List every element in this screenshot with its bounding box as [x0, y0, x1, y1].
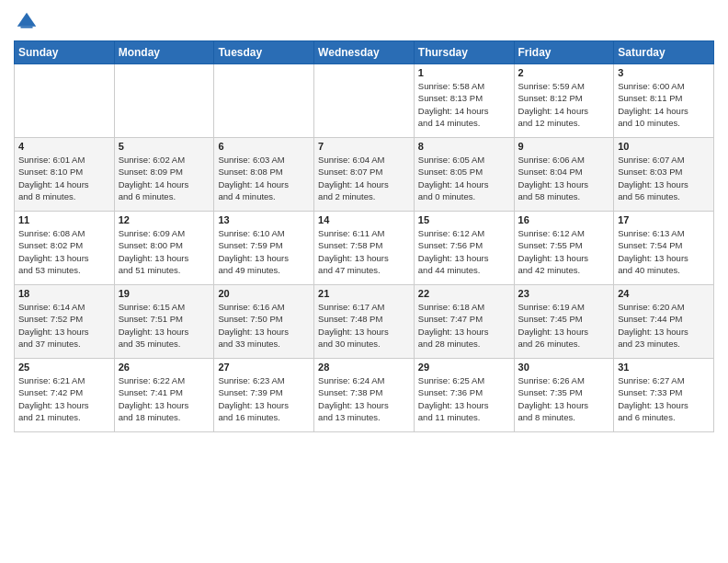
header-row: SundayMondayTuesdayWednesdayThursdayFrid… [15, 41, 714, 64]
day-info: Sunrise: 6:12 AM Sunset: 7:55 PM Dayligh… [518, 227, 610, 276]
day-number: 30 [518, 362, 610, 373]
day-cell: 25Sunrise: 6:21 AM Sunset: 7:42 PM Dayli… [15, 359, 115, 432]
day-cell: 7Sunrise: 6:04 AM Sunset: 8:07 PM Daylig… [314, 138, 415, 212]
day-number: 1 [418, 67, 510, 78]
day-info: Sunrise: 6:19 AM Sunset: 7:45 PM Dayligh… [518, 301, 610, 350]
col-header-wednesday: Wednesday [314, 41, 415, 64]
col-header-tuesday: Tuesday [214, 41, 314, 64]
day-number: 4 [18, 141, 110, 152]
day-cell [15, 64, 115, 138]
col-header-friday: Friday [514, 41, 614, 64]
day-number: 18 [18, 288, 110, 299]
day-info: Sunrise: 6:27 AM Sunset: 7:33 PM Dayligh… [618, 374, 710, 423]
day-number: 23 [518, 288, 610, 299]
day-cell: 2Sunrise: 5:59 AM Sunset: 8:12 PM Daylig… [514, 64, 614, 138]
day-number: 11 [18, 214, 110, 225]
week-row-1: 1Sunrise: 5:58 AM Sunset: 8:13 PM Daylig… [15, 64, 714, 138]
day-info: Sunrise: 6:20 AM Sunset: 7:44 PM Dayligh… [618, 301, 710, 350]
day-number: 26 [119, 362, 210, 373]
day-cell: 9Sunrise: 6:06 AM Sunset: 8:04 PM Daylig… [514, 138, 614, 212]
day-info: Sunrise: 6:14 AM Sunset: 7:52 PM Dayligh… [18, 301, 110, 350]
day-cell: 24Sunrise: 6:20 AM Sunset: 7:44 PM Dayli… [614, 285, 714, 359]
day-info: Sunrise: 6:11 AM Sunset: 7:58 PM Dayligh… [318, 227, 410, 276]
day-cell: 3Sunrise: 6:00 AM Sunset: 8:11 PM Daylig… [614, 64, 714, 138]
day-cell: 14Sunrise: 6:11 AM Sunset: 7:58 PM Dayli… [314, 212, 415, 285]
page-header [14, 9, 714, 35]
day-info: Sunrise: 6:25 AM Sunset: 7:36 PM Dayligh… [418, 374, 510, 423]
day-info: Sunrise: 6:22 AM Sunset: 7:41 PM Dayligh… [119, 374, 210, 423]
day-info: Sunrise: 6:04 AM Sunset: 8:07 PM Dayligh… [318, 154, 410, 202]
day-number: 21 [318, 288, 410, 299]
day-cell: 5Sunrise: 6:02 AM Sunset: 8:09 PM Daylig… [114, 138, 214, 212]
day-info: Sunrise: 6:24 AM Sunset: 7:38 PM Dayligh… [318, 374, 410, 423]
day-number: 29 [418, 362, 510, 373]
day-info: Sunrise: 6:23 AM Sunset: 7:39 PM Dayligh… [218, 374, 310, 423]
day-number: 9 [518, 141, 610, 152]
day-number: 24 [618, 288, 710, 299]
day-cell: 22Sunrise: 6:18 AM Sunset: 7:47 PM Dayli… [414, 285, 514, 359]
day-cell: 17Sunrise: 6:13 AM Sunset: 7:54 PM Dayli… [614, 212, 714, 285]
day-cell: 15Sunrise: 6:12 AM Sunset: 7:56 PM Dayli… [414, 212, 514, 285]
day-number: 31 [618, 362, 710, 373]
day-number: 6 [218, 141, 310, 152]
col-header-monday: Monday [114, 41, 214, 64]
day-number: 19 [119, 288, 210, 299]
logo [14, 9, 43, 35]
col-header-saturday: Saturday [614, 41, 714, 64]
day-cell: 1Sunrise: 5:58 AM Sunset: 8:13 PM Daylig… [414, 64, 514, 138]
day-number: 8 [418, 141, 510, 152]
day-cell: 13Sunrise: 6:10 AM Sunset: 7:59 PM Dayli… [214, 212, 314, 285]
day-cell: 10Sunrise: 6:07 AM Sunset: 8:03 PM Dayli… [614, 138, 714, 212]
day-cell [214, 64, 314, 138]
day-cell: 21Sunrise: 6:17 AM Sunset: 7:48 PM Dayli… [314, 285, 415, 359]
day-number: 12 [119, 214, 210, 225]
day-cell: 11Sunrise: 6:08 AM Sunset: 8:02 PM Dayli… [15, 212, 115, 285]
day-number: 16 [518, 214, 610, 225]
day-info: Sunrise: 6:09 AM Sunset: 8:00 PM Dayligh… [119, 227, 210, 276]
day-info: Sunrise: 6:10 AM Sunset: 7:59 PM Dayligh… [218, 227, 310, 276]
day-cell: 18Sunrise: 6:14 AM Sunset: 7:52 PM Dayli… [15, 285, 115, 359]
day-info: Sunrise: 6:13 AM Sunset: 7:54 PM Dayligh… [618, 227, 710, 276]
day-cell: 27Sunrise: 6:23 AM Sunset: 7:39 PM Dayli… [214, 359, 314, 432]
svg-rect-1 [20, 27, 32, 29]
day-cell: 16Sunrise: 6:12 AM Sunset: 7:55 PM Dayli… [514, 212, 614, 285]
week-row-4: 18Sunrise: 6:14 AM Sunset: 7:52 PM Dayli… [15, 285, 714, 359]
day-cell: 19Sunrise: 6:15 AM Sunset: 7:51 PM Dayli… [114, 285, 214, 359]
day-info: Sunrise: 6:07 AM Sunset: 8:03 PM Dayligh… [618, 154, 710, 202]
col-header-thursday: Thursday [414, 41, 514, 64]
day-info: Sunrise: 5:58 AM Sunset: 8:13 PM Dayligh… [418, 80, 510, 129]
day-cell: 26Sunrise: 6:22 AM Sunset: 7:41 PM Dayli… [114, 359, 214, 432]
day-info: Sunrise: 6:17 AM Sunset: 7:48 PM Dayligh… [318, 301, 410, 350]
week-row-5: 25Sunrise: 6:21 AM Sunset: 7:42 PM Dayli… [15, 359, 714, 432]
day-cell: 20Sunrise: 6:16 AM Sunset: 7:50 PM Dayli… [214, 285, 314, 359]
day-number: 10 [618, 141, 710, 152]
day-number: 22 [418, 288, 510, 299]
day-cell: 8Sunrise: 6:05 AM Sunset: 8:05 PM Daylig… [414, 138, 514, 212]
day-cell: 28Sunrise: 6:24 AM Sunset: 7:38 PM Dayli… [314, 359, 415, 432]
day-cell [114, 64, 214, 138]
week-row-3: 11Sunrise: 6:08 AM Sunset: 8:02 PM Dayli… [15, 212, 714, 285]
day-cell: 31Sunrise: 6:27 AM Sunset: 7:33 PM Dayli… [614, 359, 714, 432]
day-info: Sunrise: 6:08 AM Sunset: 8:02 PM Dayligh… [18, 227, 110, 276]
logo-icon [14, 9, 40, 35]
day-info: Sunrise: 6:21 AM Sunset: 7:42 PM Dayligh… [18, 374, 110, 423]
day-info: Sunrise: 6:00 AM Sunset: 8:11 PM Dayligh… [618, 80, 710, 129]
day-number: 2 [518, 67, 610, 78]
day-number: 25 [18, 362, 110, 373]
day-info: Sunrise: 6:18 AM Sunset: 7:47 PM Dayligh… [418, 301, 510, 350]
day-info: Sunrise: 6:26 AM Sunset: 7:35 PM Dayligh… [518, 374, 610, 423]
day-info: Sunrise: 5:59 AM Sunset: 8:12 PM Dayligh… [518, 80, 610, 129]
day-info: Sunrise: 6:01 AM Sunset: 8:10 PM Dayligh… [18, 154, 110, 202]
svg-marker-0 [17, 13, 37, 27]
day-number: 5 [119, 141, 210, 152]
week-row-2: 4Sunrise: 6:01 AM Sunset: 8:10 PM Daylig… [15, 138, 714, 212]
day-info: Sunrise: 6:16 AM Sunset: 7:50 PM Dayligh… [218, 301, 310, 350]
day-number: 3 [618, 67, 710, 78]
calendar-table: SundayMondayTuesdayWednesdayThursdayFrid… [14, 40, 714, 432]
day-number: 20 [218, 288, 310, 299]
day-info: Sunrise: 6:03 AM Sunset: 8:08 PM Dayligh… [218, 154, 310, 202]
day-number: 28 [318, 362, 410, 373]
day-cell: 12Sunrise: 6:09 AM Sunset: 8:00 PM Dayli… [114, 212, 214, 285]
col-header-sunday: Sunday [15, 41, 115, 64]
day-info: Sunrise: 6:15 AM Sunset: 7:51 PM Dayligh… [119, 301, 210, 350]
